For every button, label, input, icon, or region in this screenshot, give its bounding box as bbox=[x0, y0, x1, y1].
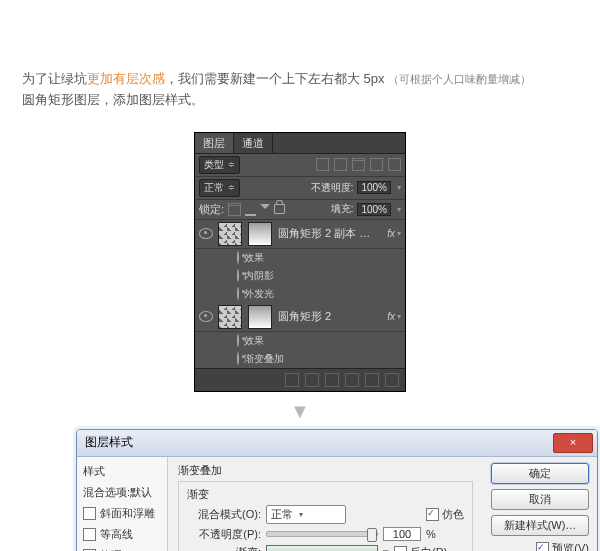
style-texture[interactable]: 纹理 bbox=[77, 545, 167, 551]
opacity-label: 不透明度: bbox=[311, 181, 354, 195]
lock-all-icon[interactable] bbox=[274, 204, 285, 214]
dialog-title: 图层样式 bbox=[85, 434, 133, 451]
layer-style-dialog: 图层样式 × 样式 混合选项:默认 斜面和浮雕 等高线 纹理 描边 内阴影 内发… bbox=[76, 429, 598, 551]
blend-options-header[interactable]: 混合选项:默认 bbox=[77, 482, 167, 503]
tab-layers[interactable]: 图层 bbox=[195, 133, 234, 153]
opacity-label: 不透明度(P): bbox=[187, 527, 261, 542]
fill-value[interactable]: 100% bbox=[357, 203, 391, 216]
layer-mask-thumbnail[interactable] bbox=[248, 305, 272, 329]
filter-adjust-icon[interactable] bbox=[334, 158, 347, 171]
layer-row[interactable]: 圆角矩形 2 fx ▾ bbox=[195, 303, 405, 332]
style-settings: 渐变叠加 渐变 混合模式(O): 正常▾ 仿色 不透明度(P): 100 % bbox=[168, 457, 483, 551]
close-button[interactable]: × bbox=[553, 433, 593, 453]
subsection-title: 渐变 bbox=[187, 487, 464, 502]
layer-name: 圆角矩形 2 bbox=[278, 309, 331, 324]
style-list: 样式 混合选项:默认 斜面和浮雕 等高线 纹理 描边 内阴影 内发光 光泽 颜色… bbox=[77, 457, 168, 551]
lock-pixels-icon[interactable] bbox=[245, 203, 256, 216]
fx-list-title: 效果 bbox=[244, 335, 264, 346]
layer-thumbnail[interactable] bbox=[218, 305, 242, 329]
cancel-button[interactable]: 取消 bbox=[491, 489, 589, 510]
lock-transparent-icon[interactable] bbox=[228, 203, 241, 216]
layers-panel: 图层 通道 类型≑ 正常≑ 不透明度: 100%▾ 锁定: 填充: 1 bbox=[194, 132, 406, 392]
blend-mode-label: 混合模式(O): bbox=[187, 507, 261, 522]
lock-position-icon[interactable] bbox=[260, 204, 270, 214]
visibility-toggle[interactable] bbox=[237, 287, 239, 300]
style-list-header[interactable]: 样式 bbox=[77, 461, 167, 482]
fx-outer-glow[interactable]: 外发光 bbox=[244, 288, 274, 299]
filter-shape-icon[interactable] bbox=[370, 158, 383, 171]
filter-pixel-icon[interactable] bbox=[316, 158, 329, 171]
visibility-toggle[interactable] bbox=[237, 352, 239, 365]
layer-row[interactable]: 圆角矩形 2 副本 … fx ▾ bbox=[195, 220, 405, 249]
style-contour[interactable]: 等高线 bbox=[77, 524, 167, 545]
fx-indicator[interactable]: fx bbox=[387, 228, 395, 239]
dialog-titlebar[interactable]: 图层样式 × bbox=[77, 430, 597, 457]
delete-layer-icon[interactable] bbox=[385, 373, 399, 387]
flow-arrow-icon: ▼ bbox=[0, 400, 600, 423]
new-layer-icon[interactable] bbox=[365, 373, 379, 387]
fx-indicator[interactable]: fx bbox=[387, 311, 395, 322]
blend-mode-combo[interactable]: 正常▾ bbox=[266, 505, 346, 524]
opacity-slider[interactable] bbox=[266, 531, 378, 537]
filter-type-select[interactable]: 类型≑ bbox=[199, 156, 240, 174]
layer-mask-icon[interactable] bbox=[325, 373, 339, 387]
preview-label: 预览(V) bbox=[552, 541, 589, 551]
ok-button[interactable]: 确定 bbox=[491, 463, 589, 484]
tutorial-paragraph: 为了让绿坑更加有层次感，我们需要新建一个上下左右都大 5px （可根据个人口味酌… bbox=[0, 13, 600, 119]
gradient-label: 渐变: bbox=[187, 545, 261, 551]
filter-smart-icon[interactable] bbox=[388, 158, 401, 171]
visibility-toggle[interactable] bbox=[199, 228, 213, 239]
dither-checkbox[interactable]: 仿色 bbox=[426, 507, 464, 522]
visibility-toggle[interactable] bbox=[237, 269, 239, 282]
opacity-value[interactable]: 100% bbox=[357, 181, 391, 194]
blend-mode-select[interactable]: 正常≑ bbox=[199, 179, 240, 197]
fx-inner-shadow[interactable]: 内阴影 bbox=[244, 270, 274, 281]
tab-channels[interactable]: 通道 bbox=[234, 133, 273, 153]
layer-name: 圆角矩形 2 副本 … bbox=[278, 226, 370, 241]
link-layers-icon[interactable] bbox=[285, 373, 299, 387]
new-style-button[interactable]: 新建样式(W)… bbox=[491, 515, 589, 536]
lock-label: 锁定: bbox=[199, 202, 224, 217]
new-group-icon[interactable] bbox=[345, 373, 359, 387]
opacity-input[interactable]: 100 bbox=[383, 527, 421, 541]
gradient-picker[interactable] bbox=[266, 545, 378, 551]
layer-thumbnail[interactable] bbox=[218, 222, 242, 246]
style-bevel[interactable]: 斜面和浮雕 bbox=[77, 503, 167, 524]
visibility-toggle[interactable] bbox=[237, 334, 239, 347]
filter-type-icon[interactable] bbox=[352, 158, 365, 171]
visibility-toggle[interactable] bbox=[237, 251, 239, 264]
section-title: 渐变叠加 bbox=[178, 463, 473, 478]
visibility-toggle[interactable] bbox=[199, 311, 213, 322]
fill-label: 填充: bbox=[331, 202, 354, 216]
fx-list-title: 效果 bbox=[244, 252, 264, 263]
reverse-checkbox[interactable]: 反向(R) bbox=[394, 545, 447, 551]
preview-checkbox[interactable] bbox=[536, 542, 549, 551]
fx-gradient-overlay[interactable]: 渐变叠加 bbox=[244, 353, 284, 364]
layer-style-icon[interactable] bbox=[305, 373, 319, 387]
layer-mask-thumbnail[interactable] bbox=[248, 222, 272, 246]
